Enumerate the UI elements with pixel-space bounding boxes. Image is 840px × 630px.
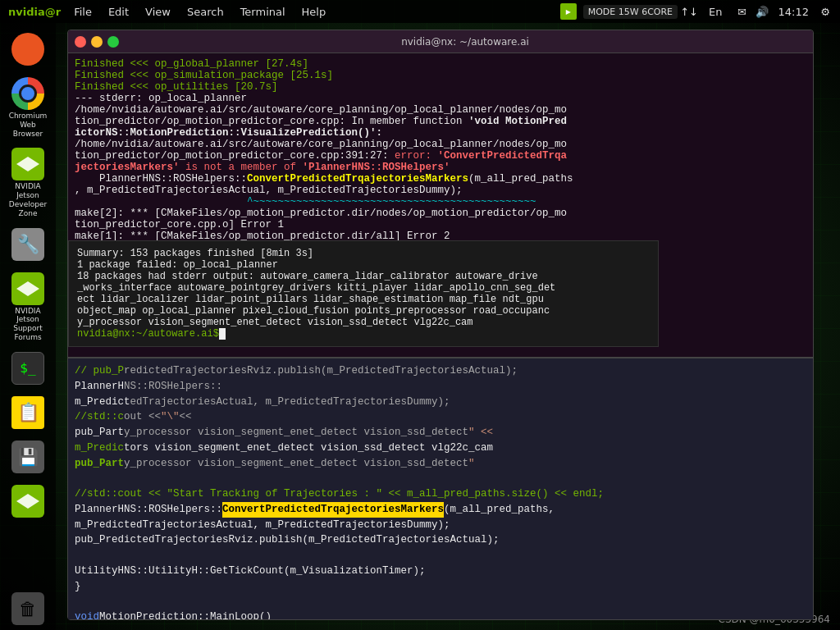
sidebar-item-terminal[interactable]: $_ — [6, 349, 50, 390]
wrench-icon: 🔧 — [11, 228, 44, 261]
code-line-pub: pub_Party_processor vision_segment_enet_… — [75, 425, 806, 441]
lang-indicator[interactable]: En — [701, 0, 730, 23]
code-pub-2: pub_PredictedTrajectoriesRviz.publish(m_… — [75, 532, 806, 548]
sidebar-item-nvidia-small[interactable] — [6, 482, 50, 523]
topbar-left: nvidia@r File Edit View Search Terminal … — [0, 0, 334, 23]
chromium-icon — [11, 77, 44, 110]
menu-view[interactable]: View — [137, 0, 179, 23]
close-button[interactable] — [75, 36, 86, 48]
notification-line-4: _works_interface autoware_pointgrey_driv… — [77, 282, 555, 294]
nvidia-small-icon — [11, 485, 44, 518]
code-pane[interactable]: // pub_PredictedTrajectoriesRviz.publish… — [68, 357, 813, 619]
ubuntu-icon — [11, 33, 44, 66]
code-utilityhns: UtilityHNS::UtilityH::GetTickCount(m_Vis… — [75, 564, 806, 579]
terminal-dock-icon: $_ — [11, 352, 44, 385]
maximize-button[interactable] — [107, 36, 119, 48]
menu-search[interactable]: Search — [179, 0, 232, 23]
code-line-3: m_PredictedTrajectoriesActual, m_Predict… — [75, 395, 806, 410]
nvidia-dev-label: NVIDIAJetsonDeveloperZone — [9, 182, 47, 217]
minimize-button[interactable] — [91, 36, 103, 48]
mail-icon[interactable]: ✉ — [734, 3, 751, 20]
sidebar-item-trash[interactable]: 🗑 — [6, 589, 50, 630]
nvidia-dev-icon — [11, 148, 44, 180]
sidebar-item-nvidia-dev[interactable]: NVIDIAJetsonDeveloperZone — [6, 144, 50, 221]
sidebar-item-chromium[interactable]: ChromiumWebBrowser — [6, 74, 50, 141]
code-blank-3 — [75, 594, 806, 609]
notification-popup: Summary: 153 packages finished [8min 3s]… — [68, 240, 659, 347]
nvidia-logo-icon: ▶ — [560, 3, 577, 20]
topbar-appname[interactable]: nvidia@r — [3, 6, 66, 18]
terminal-window: nvidia@nx: ~/autoware.ai Finished <<< op… — [67, 30, 814, 620]
code-line-prompt: m_Predictors vision_segment_enet_detect … — [75, 441, 806, 456]
code-cout: //std::cout << "Start Tracking of Trajec… — [75, 486, 806, 502]
code-close-brace: } — [75, 579, 806, 595]
code-blank-2 — [75, 548, 806, 564]
notification-line-2: 1 package failed: op_local_planner — [77, 259, 278, 271]
notification-line-5: ect lidar_localizer lidar_point_pillars … — [77, 294, 544, 305]
notes-icon: 📋 — [11, 396, 44, 429]
topbar-right: ▶ MODE 15W 6CORE ↑↓ En ✉ 🔊 14:12 ⚙ — [560, 0, 840, 23]
notification-line-6: object_map op_local_planner pixel_cloud_… — [77, 305, 550, 317]
menu-file[interactable]: File — [66, 0, 100, 23]
clock: 14:12 — [774, 6, 814, 18]
desktop: nvidia@r File Edit View Search Terminal … — [0, 0, 840, 630]
sidebar: ChromiumWebBrowser NVIDIAJetsonDeveloper… — [0, 23, 56, 630]
chromium-label: ChromiumWebBrowser — [9, 112, 48, 138]
notification-line-1: Summary: 153 packages finished [8min 3s] — [77, 248, 313, 259]
trash-icon: 🗑 — [11, 592, 44, 625]
code-line-4: //std::cout << "\" << — [75, 409, 806, 425]
sidebar-item-notes[interactable]: 📋 — [6, 393, 50, 434]
sidebar-item-ubuntu[interactable] — [6, 30, 50, 71]
usb-icon: 💾 — [11, 441, 44, 473]
menu-edit[interactable]: Edit — [100, 0, 137, 23]
code-planner-call: PlannerHNS::ROSHelpers::ConvertPredicted… — [75, 502, 806, 518]
sidebar-item-usb[interactable]: 💾 — [6, 437, 50, 478]
nvidia-support-label: NVIDIAJetsonSupportForums — [13, 307, 43, 342]
sidebar-item-nvidia-support[interactable]: NVIDIAJetsonSupportForums — [6, 269, 50, 345]
code-line-2: PlannerHNS::ROSHelpers:: — [75, 379, 806, 395]
code-line-promptline: pub_Party_processor vision_segment_enet_… — [75, 456, 806, 472]
notification-line-7: y_processor vision_segment_enet_detect v… — [77, 317, 472, 328]
nvidia-support-icon — [11, 272, 44, 305]
notification-line-3: 18 packages had stderr output: autoware_… — [77, 271, 538, 282]
code-blank-1 — [75, 471, 806, 486]
menu-help[interactable]: Help — [294, 0, 335, 23]
sidebar-item-wrench[interactable]: 🔧 — [6, 225, 50, 266]
mode-badge: MODE 15W 6CORE — [583, 5, 678, 19]
notification-prompt: nvidia@nx:~/autoware.ai$ — [77, 328, 219, 340]
terminal-lower: Save // pub_PredictedTrajectoriesRviz.pu… — [68, 357, 813, 619]
code-void-mainloop: void MotionPrediction::MainLoop() — [75, 609, 806, 619]
settings-icon[interactable]: ⚙ — [817, 3, 833, 20]
terminal-titlebar: nvidia@nx: ~/autoware.ai — [68, 30, 813, 53]
menu-terminal[interactable]: Terminal — [232, 0, 294, 23]
code-pred-args: m_PredictedTrajectoriesActual, m_Predict… — [75, 518, 806, 533]
topbar: nvidia@r File Edit View Search Terminal … — [0, 0, 840, 23]
network-up-icon: ↑↓ — [681, 3, 697, 20]
volume-icon[interactable]: 🔊 — [754, 3, 770, 20]
code-line-1: // pub_PredictedTrajectoriesRviz.publish… — [75, 363, 806, 379]
terminal-body[interactable]: Finished <<< op_global_planner [27.4s] F… — [68, 53, 813, 619]
terminal-title: nvidia@nx: ~/autoware.ai — [124, 36, 806, 48]
